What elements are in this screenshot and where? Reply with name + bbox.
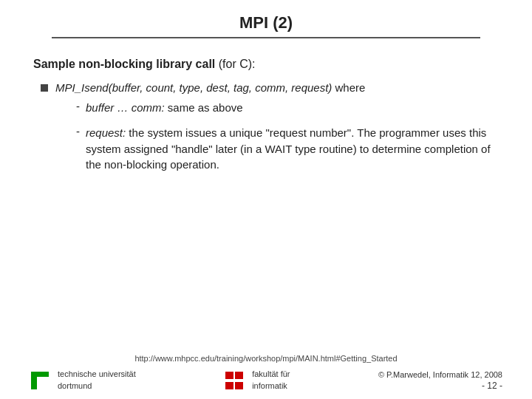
slide-footer: http://www.mhpcc.edu/training/workshop/m… [0,349,532,399]
faculty-line2: informatik [252,381,290,392]
sub-bullet-2: - request: the system issues a unique "r… [76,125,499,173]
section-heading-normal: (for C): [215,58,255,70]
sub-bullet-2-rest: the system issues a unique "request numb… [86,126,491,171]
institution-line1: technische universität [58,369,136,380]
svg-rect-1 [31,372,49,377]
sub-bullet-1-rest: same as above [165,101,243,114]
slide: MPI (2) Sample non-blocking library call… [0,0,532,399]
tu-logo-icon [30,370,50,391]
footer-left: technische universität dortmund [30,369,136,392]
footer-page: - 12 - [482,381,502,391]
sub-bullet-2-italic: request: [86,126,126,139]
slide-title: MPI (2) [30,13,502,33]
sub-bullet-dash-2: - [76,125,80,137]
svg-rect-4 [225,379,243,382]
section-heading-bold: Sample non-blocking library call [33,58,215,70]
slide-header: MPI (2) [0,0,532,44]
footer-faculty: fakultät für informatik [252,369,290,392]
footer-bottom: technische universität dortmund fakultät… [30,369,502,399]
faculty-line1: fakultät für [252,369,290,380]
slide-content: Sample non-blocking library call (for C)… [0,44,532,349]
footer-center: fakultät für informatik [224,369,290,392]
sub-bullet-dash-1: - [76,100,80,112]
section-heading: Sample non-blocking library call (for C)… [33,58,499,71]
bullet-square-icon [41,84,48,92]
footer-copyright: © P.Marwedel, Informatik 12, 2008 [378,370,502,379]
fi-logo-icon [224,370,245,391]
footer-institution: technische universität dortmund [58,369,136,392]
institution-line2: dortmund [58,381,136,392]
sub-bullets: - buffer … comm: same as above - request… [55,100,499,173]
main-bullet: MPI_Isend(buffer, count, type, dest, tag… [33,81,499,182]
sub-bullet-1-italic: buffer … comm: [86,101,165,114]
tu-logo [30,370,50,391]
footer-right-group: © P.Marwedel, Informatik 12, 2008 - 12 - [378,370,502,391]
sub-bullet-text-2: request: the system issues a unique "req… [86,125,499,173]
sub-bullet-1: - buffer … comm: same as above [76,100,499,116]
bullet-code: MPI_Isend(buffer, count, type, dest, tag… [55,81,332,94]
header-divider [52,37,480,38]
bullet-where-text: where [335,81,366,94]
sub-bullet-text-1: buffer … comm: same as above [86,100,243,116]
footer-url: http://www.mhpcc.edu/training/workshop/m… [134,354,397,363]
bullet-text: MPI_Isend(buffer, count, type, dest, tag… [55,81,499,182]
